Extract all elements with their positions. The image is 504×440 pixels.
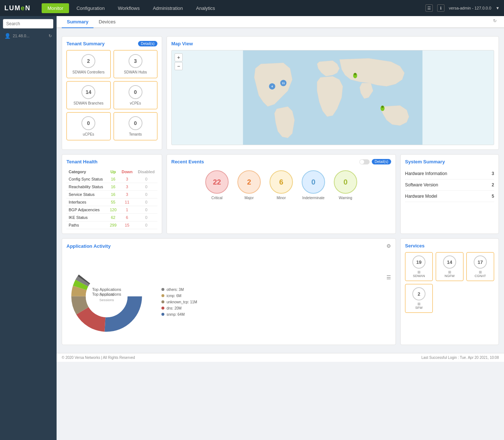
health-title: Tenant Health: [66, 159, 98, 164]
health-down: 15: [119, 221, 135, 229]
sys-header: System Summary: [405, 159, 494, 164]
sdwan-controllers-label: SDWAN Controllers: [70, 70, 107, 74]
ucpes-count: 0: [81, 116, 95, 130]
event-indeterminate[interactable]: 0 Indeterminate: [302, 170, 325, 200]
ngfw-count: 14: [443, 255, 456, 269]
event-warning[interactable]: 0 Warning: [334, 170, 357, 200]
nav-workflows[interactable]: Workflows: [112, 3, 146, 13]
tab-devices[interactable]: Devices: [93, 16, 121, 28]
row-1: Tenant Summary Detail(s) 2 SDWAN Control…: [62, 36, 499, 150]
system-summary-panel: System Summary Hardware Information 3 So…: [400, 154, 499, 234]
sys-row[interactable]: Software Version 2: [405, 179, 494, 191]
nav-configuration[interactable]: Configuration: [70, 3, 110, 13]
health-disabled: 0: [135, 221, 157, 229]
sfw-icon: ⊞: [408, 302, 429, 306]
footer-copyright: © 2020 Versa Networks | All Rights Reser…: [62, 356, 135, 360]
summary-card-ucpes[interactable]: 0 uCPEs: [66, 112, 111, 140]
sys-row-count: 5: [492, 194, 494, 199]
tenant-health-panel: Tenant Health Category Up Down Disabled: [62, 154, 162, 234]
map-zoom-in[interactable]: +: [175, 53, 183, 61]
svg-text:Sessions: Sessions: [99, 298, 114, 302]
table-row: BGP Adjacencies 120 1 0: [66, 206, 157, 214]
health-category: IKE Status: [66, 214, 107, 221]
col-up: Up: [107, 168, 119, 175]
nav-administration[interactable]: Administration: [147, 3, 188, 13]
tenants-label: Tenants: [118, 132, 154, 136]
user-dropdown-icon[interactable]: ▼: [496, 6, 500, 10]
chart-title: Top Applications: [66, 287, 147, 292]
footer: © 2020 Versa Networks | All Rights Reser…: [57, 353, 504, 362]
service-cgnat[interactable]: 17 ⊞ CGNAT: [466, 252, 494, 281]
cgnat-label: CGNAT: [470, 274, 491, 278]
cgnat-count: 17: [474, 255, 487, 269]
tab-summary[interactable]: Summary: [62, 16, 93, 28]
gear-icon[interactable]: ⚙: [386, 243, 391, 249]
sfw-count: 2: [412, 287, 425, 300]
nav-right-area: ☰ ℹ versa-admin - 127.0.0.0 ▼: [425, 4, 500, 12]
main-container: 👤 21.48.0... ↻ Summary Devices ↻ Tenant …: [0, 16, 504, 440]
service-sfw[interactable]: 2 ⊞ SFW: [405, 284, 433, 313]
legend-unknown-tcp-label: unknown_tcp: 11M: [167, 300, 197, 304]
health-disabled: 0: [135, 183, 157, 191]
summary-card-sdwan-branches[interactable]: 14 SDWAN Branches: [66, 81, 111, 109]
events-detail-btn[interactable]: Detail(s): [372, 159, 391, 164]
minor-circle: 6: [270, 170, 293, 194]
services-title: Services: [405, 243, 425, 249]
critical-label: Critical: [205, 196, 229, 200]
health-down: 11: [119, 198, 135, 206]
map-controls: + −: [175, 53, 183, 70]
sys-row[interactable]: Hardware Model 5: [405, 191, 494, 202]
nav-analytics[interactable]: Analytics: [190, 3, 221, 13]
events-toggle[interactable]: [359, 159, 370, 164]
health-down: 3: [119, 191, 135, 198]
map-zoom-out[interactable]: −: [175, 62, 183, 70]
indeterminate-label: Indeterminate: [302, 196, 325, 200]
health-down: 6: [119, 214, 135, 221]
service-sdwan[interactable]: 19 ⊞ SDWAN: [405, 252, 433, 281]
service-ngfw[interactable]: 14 ⊞ NGFW: [436, 252, 463, 281]
nav-monitor[interactable]: Monitor: [42, 3, 69, 13]
table-row: Paths 299 15 0: [66, 221, 157, 229]
sidebar-refresh-icon[interactable]: ↻: [49, 34, 52, 38]
summary-card-tenants[interactable]: 0 Tenants: [114, 112, 158, 140]
donut-legend: ☰ others: 3M icmp: 6M: [161, 274, 391, 319]
warning-label: Warning: [334, 196, 357, 200]
user-icon: 👤: [4, 33, 11, 39]
sys-row[interactable]: Hardware Information 3: [405, 168, 494, 179]
health-up: 16: [107, 183, 119, 191]
summary-card-sdwan-controllers[interactable]: 2 SDWAN Controllers: [66, 50, 111, 78]
svg-point-6: [354, 73, 356, 75]
health-category: Interfaces: [66, 198, 107, 206]
sys-row-label: Hardware Information: [405, 171, 447, 176]
legend-menu-icon[interactable]: ☰: [161, 274, 391, 280]
warning-circle: 0: [334, 170, 357, 194]
event-critical[interactable]: 22 Critical: [205, 170, 229, 200]
search-input[interactable]: [3, 19, 53, 29]
user-info[interactable]: versa-admin - 127.0.0.0: [449, 6, 491, 10]
health-disabled: 0: [135, 206, 157, 214]
docs-icon[interactable]: ☰: [425, 4, 433, 12]
ucpes-label: uCPEs: [70, 132, 107, 136]
summary-card-sdwan-hubs[interactable]: 3 SDWAN Hubs: [114, 50, 158, 78]
health-category: Paths: [66, 221, 107, 229]
major-circle: 2: [237, 170, 261, 194]
summary-card-vcpes[interactable]: 0 vCPEs: [114, 81, 158, 109]
tenant-summary-header: Tenant Summary Detail(s): [66, 41, 157, 46]
menu-icon[interactable]: ☰: [386, 274, 391, 280]
reload-icon[interactable]: ↻: [491, 16, 499, 27]
col-disabled: Disabled: [135, 168, 157, 175]
health-up: 16: [107, 175, 119, 183]
ngfw-label: NGFW: [439, 274, 460, 278]
legend-dot-unknown-tcp: [161, 300, 164, 303]
nav-menu: Monitor Configuration Workflows Administ…: [42, 3, 425, 13]
event-major[interactable]: 2 Major: [237, 170, 261, 200]
map-container[interactable]: + −: [171, 50, 494, 145]
info-icon[interactable]: ℹ: [437, 4, 444, 12]
sdwan-icon: ⊞: [408, 270, 429, 274]
event-minor[interactable]: 6 Minor: [270, 170, 293, 200]
ngfw-icon: ⊞: [439, 270, 460, 274]
legend-others: others: 3M: [161, 288, 391, 292]
sfw-label: SFW: [408, 306, 429, 310]
tenant-summary-detail-btn[interactable]: Detail(s): [138, 41, 157, 46]
map-header: Map View: [171, 41, 494, 46]
